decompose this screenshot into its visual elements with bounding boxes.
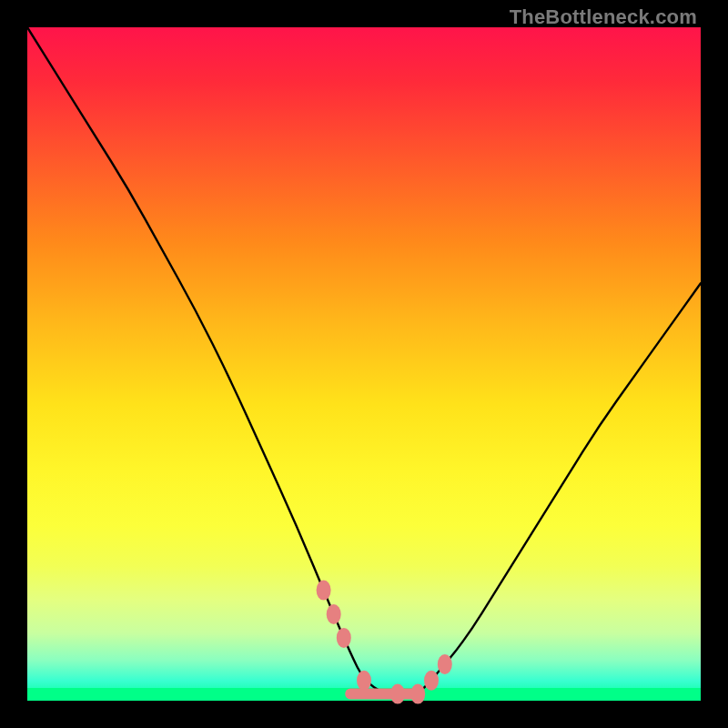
bottleneck-curve-svg bbox=[27, 27, 701, 701]
watermark-text: TheBottleneck.com bbox=[510, 5, 697, 29]
valley-marker bbox=[390, 684, 405, 704]
chart-frame: TheBottleneck.com bbox=[0, 0, 728, 728]
valley-marker bbox=[337, 628, 351, 648]
valley-markers-group bbox=[317, 581, 452, 704]
valley-marker bbox=[357, 671, 371, 691]
valley-marker bbox=[410, 684, 425, 704]
plot-area bbox=[27, 27, 701, 701]
valley-marker bbox=[438, 654, 452, 674]
valley-marker bbox=[317, 581, 331, 601]
valley-marker bbox=[424, 671, 439, 691]
valley-marker bbox=[327, 604, 341, 624]
bottleneck-curve-line bbox=[27, 27, 701, 694]
